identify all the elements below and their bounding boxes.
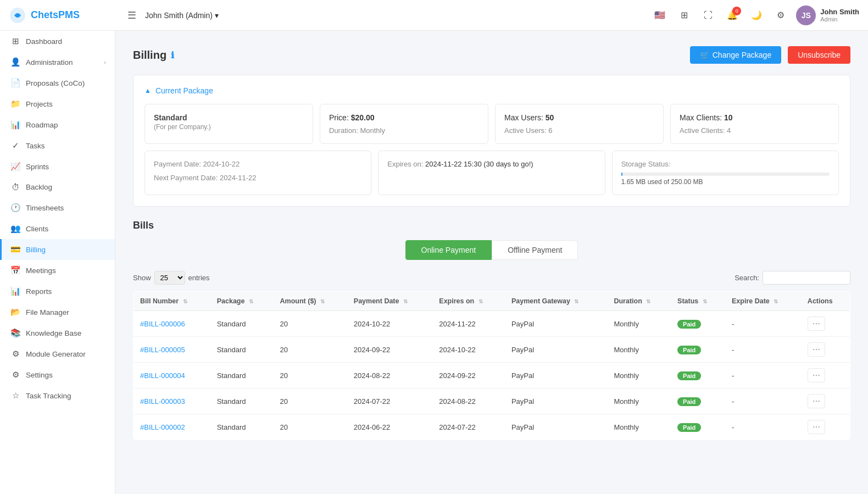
dark-mode-icon[interactable]: 🌙 xyxy=(748,7,765,24)
sidebar-item-billing[interactable]: 💳 Billing xyxy=(0,239,115,260)
sidebar-label-clients: Clients xyxy=(26,225,48,233)
expire-date-cell: - xyxy=(725,363,801,388)
sidebar-item-knowledge-base[interactable]: 📚 Knowledge Base xyxy=(0,323,115,343)
page-title: Billing ℹ xyxy=(133,49,174,62)
notification-icon[interactable]: 🔔 0 xyxy=(724,7,741,24)
package-cell: Standard xyxy=(210,311,274,337)
table-header: Bill Number ⇅ Package ⇅ Amount ($) ⇅ Pay… xyxy=(133,292,850,311)
bills-tbody: #BILL-000006 Standard 20 2024-10-22 2024… xyxy=(133,311,850,440)
col-status[interactable]: Status ⇅ xyxy=(671,292,725,311)
sidebar-label-projects: Projects xyxy=(26,100,53,108)
page-header: Billing ℹ 🛒 Change Package Unsubscribe xyxy=(133,46,850,64)
col-expires-on[interactable]: Expires on ⇅ xyxy=(432,292,505,311)
user-selector[interactable]: John Smith (Admin) ▾ xyxy=(145,11,219,20)
row-action-button[interactable]: ⋯ xyxy=(808,368,825,382)
avatar-info: John Smith Admin xyxy=(820,8,859,23)
online-payment-tab[interactable]: Online Payment xyxy=(405,240,492,260)
user-avatar[interactable]: JS John Smith Admin xyxy=(796,5,859,25)
sidebar-icon-knowledge-base: 📚 xyxy=(10,328,20,338)
expire-date-cell: - xyxy=(725,388,801,414)
bill-link[interactable]: #BILL-000004 xyxy=(140,371,185,380)
amount-cell: 20 xyxy=(274,311,347,337)
sidebar-item-reports[interactable]: 📊 Reports xyxy=(0,281,115,302)
sidebar-icon-dashboard: ⊞ xyxy=(10,36,20,46)
sidebar-item-tasks[interactable]: ✓ Tasks xyxy=(0,135,115,156)
package-cell: Standard xyxy=(210,414,274,440)
bill-number-cell: #BILL-000005 xyxy=(133,337,210,363)
storage-fill xyxy=(621,173,623,176)
sidebar-item-administration[interactable]: 👤 Administration › xyxy=(0,52,115,73)
bill-link[interactable]: #BILL-000002 xyxy=(140,423,185,431)
sidebar-item-roadmap[interactable]: 📊 Roadmap xyxy=(0,114,115,135)
sidebar-icon-file-manager: 📂 xyxy=(10,307,20,317)
amount-cell: 20 xyxy=(274,388,347,414)
row-action-button[interactable]: ⋯ xyxy=(808,394,825,408)
sidebar-icon-projects: 📁 xyxy=(10,99,20,109)
entries-select[interactable]: 25 10 50 100 xyxy=(154,271,185,285)
col-payment-date[interactable]: Payment Date ⇅ xyxy=(347,292,433,311)
fullscreen-icon[interactable]: ⛶ xyxy=(699,7,717,24)
sidebar-item-proposals[interactable]: 📄 Proposals (CoCo) xyxy=(0,73,115,93)
sidebar-item-timesheets[interactable]: 🕐 Timesheets xyxy=(0,197,115,218)
hamburger-icon[interactable]: ☰ xyxy=(125,7,138,24)
users-cell: Max Users: 50 Active Users: 6 xyxy=(495,104,664,144)
sidebar-label-sprints: Sprints xyxy=(26,163,49,171)
bill-link[interactable]: #BILL-000006 xyxy=(140,320,185,328)
bill-number-cell: #BILL-000003 xyxy=(133,388,210,414)
col-bill-number[interactable]: Bill Number ⇅ xyxy=(133,292,210,311)
search-label: Search: xyxy=(735,274,759,282)
sidebar-icon-settings: ⚙ xyxy=(10,370,20,380)
sidebar-item-settings[interactable]: ⚙ Settings xyxy=(0,364,115,385)
payment-dates-cell: Payment Date: 2024-10-22 Next Payment Da… xyxy=(144,151,371,195)
actions-cell: ⋯ xyxy=(801,363,850,388)
row-action-button[interactable]: ⋯ xyxy=(808,420,825,434)
sidebar-item-meetings[interactable]: 📅 Meetings xyxy=(0,260,115,281)
col-amount[interactable]: Amount ($) ⇅ xyxy=(274,292,347,311)
gateway-cell: PayPal xyxy=(505,414,607,440)
expire-date-cell: - xyxy=(725,311,801,337)
bill-link[interactable]: #BILL-000005 xyxy=(140,346,185,354)
col-gateway[interactable]: Payment Gateway ⇅ xyxy=(505,292,607,311)
col-duration[interactable]: Duration ⇅ xyxy=(607,292,671,311)
expires-on-cell: 2024-09-22 xyxy=(432,363,505,388)
sidebar-icon-backlog: ⏱ xyxy=(10,182,20,192)
change-package-button[interactable]: 🛒 Change Package xyxy=(690,46,781,64)
row-action-button[interactable]: ⋯ xyxy=(808,317,825,331)
search-input[interactable] xyxy=(763,271,850,285)
col-expire-date[interactable]: Expire Date ⇅ xyxy=(725,292,801,311)
settings-icon[interactable]: ⚙ xyxy=(772,7,789,24)
status-badge: Paid xyxy=(677,423,701,432)
sidebar-item-projects[interactable]: 📁 Projects xyxy=(0,93,115,114)
notif-badge: 0 xyxy=(732,7,741,15)
sidebar-item-module-generator[interactable]: ⚙ Module Generator xyxy=(0,343,115,364)
col-package[interactable]: Package ⇅ xyxy=(210,292,274,311)
sidebar: ⊞ Dashboard 👤 Administration ›📄 Proposal… xyxy=(0,31,115,494)
status-cell: Paid xyxy=(671,414,725,440)
row-action-button[interactable]: ⋯ xyxy=(808,342,825,357)
amount-cell: 20 xyxy=(274,337,347,363)
sidebar-label-administration: Administration xyxy=(26,58,73,66)
current-package-card: ▲ Current Package Standard (For per Comp… xyxy=(133,75,850,207)
flag-icon[interactable]: 🇺🇸 xyxy=(651,7,669,24)
sidebar-icon-proposals: 📄 xyxy=(10,78,20,88)
sidebar-label-roadmap: Roadmap xyxy=(26,121,58,129)
status-cell: Paid xyxy=(671,388,725,414)
expires-on-cell: 2024-08-22 xyxy=(432,388,505,414)
sidebar-item-sprints[interactable]: 📈 Sprints xyxy=(0,156,115,177)
sidebar-item-dashboard[interactable]: ⊞ Dashboard xyxy=(0,31,115,52)
expire-date-cell: - xyxy=(725,414,801,440)
unsubscribe-button[interactable]: Unsubscribe xyxy=(788,46,850,64)
actions-cell: ⋯ xyxy=(801,337,850,363)
topbar-icons: 🇺🇸 ⊞ ⛶ 🔔 0 🌙 ⚙ xyxy=(651,7,789,24)
grid-icon[interactable]: ⊞ xyxy=(675,7,693,24)
sidebar-item-task-tracking[interactable]: ☆ Task Tracking xyxy=(0,385,115,406)
section-toggle[interactable]: ▲ Current Package xyxy=(144,86,839,95)
duration-cell: Monthly xyxy=(607,388,671,414)
sidebar-item-clients[interactable]: 👥 Clients xyxy=(0,218,115,239)
bill-link[interactable]: #BILL-000003 xyxy=(140,397,185,406)
package-cell: Standard xyxy=(210,337,274,363)
info-icon: ℹ xyxy=(171,50,174,60)
offline-payment-tab[interactable]: Offline Payment xyxy=(492,240,578,260)
sidebar-item-file-manager[interactable]: 📂 File Manager xyxy=(0,302,115,323)
sidebar-item-backlog[interactable]: ⏱ Backlog xyxy=(0,177,115,197)
